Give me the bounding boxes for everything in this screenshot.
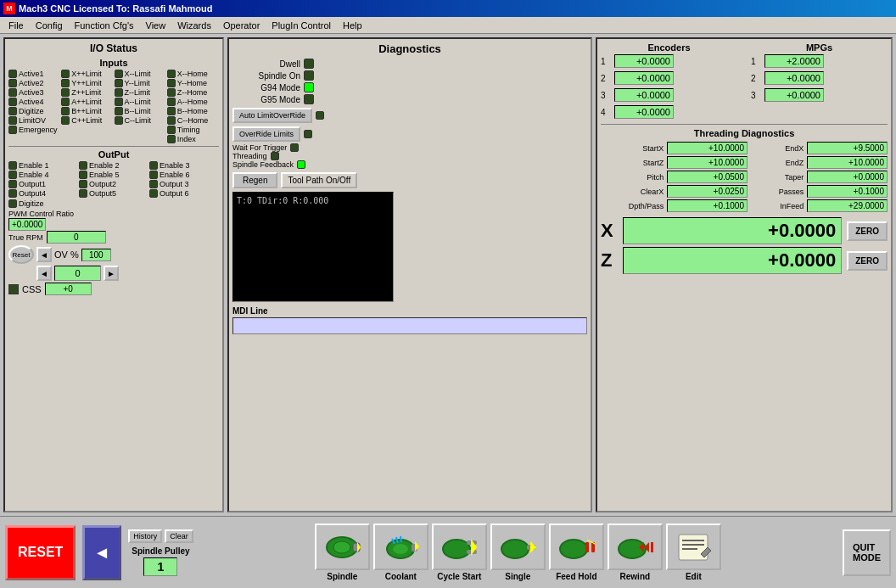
diagnostics-title: Diagnostics xyxy=(232,42,587,55)
output-col-3: Enable 3 Enable 6 Output 3 Output 6 xyxy=(149,161,219,198)
top-area: I/O Status Inputs Active1 Active2 Active… xyxy=(0,34,896,516)
z-zero-button[interactable]: ZERO xyxy=(847,251,888,271)
menu-operator[interactable]: Operator xyxy=(218,19,265,32)
svg-line-10 xyxy=(400,536,401,542)
enc-val-4: +0.0000 xyxy=(614,105,674,119)
menu-help[interactable]: Help xyxy=(338,19,367,32)
spindle-on-led xyxy=(304,70,314,81)
input-limitov: LimitOV xyxy=(8,116,60,125)
input-bhome: B--Home xyxy=(167,107,219,115)
svg-point-1 xyxy=(333,541,350,553)
g95-label: G95 Mode xyxy=(232,95,300,104)
rewind-button[interactable]: Rewind xyxy=(608,524,663,581)
encoders-group: Encoders 1 +0.0000 2 +0.0000 3 +0.0000 xyxy=(601,42,737,120)
menu-plugin-control[interactable]: PlugIn Control xyxy=(266,19,336,32)
clearx-label: ClearX xyxy=(601,188,664,196)
feed-hold-button[interactable]: Feed Hold xyxy=(549,524,604,581)
right-panel: Encoders 1 +0.0000 2 +0.0000 3 +0.0000 xyxy=(596,37,893,512)
app-led xyxy=(61,98,70,106)
override-limits-button[interactable]: OverRide Limits xyxy=(232,126,300,142)
digitize-led xyxy=(8,107,17,115)
z-label: Z xyxy=(601,249,618,272)
css-row: CSS +0 xyxy=(8,283,219,295)
mpg-row-2: 2 +0.0000 xyxy=(751,71,888,85)
cycle-start-button[interactable]: Cycle Start xyxy=(432,524,487,581)
endx-label: EndX xyxy=(751,144,804,153)
enc-row-2: 2 +0.0000 xyxy=(601,71,737,85)
limit-buttons-row: Auto LimitOverRide xyxy=(232,108,587,123)
dwell-led xyxy=(304,59,314,69)
coolant-button[interactable]: Coolant xyxy=(373,524,428,581)
output-enable6: Enable 6 xyxy=(149,171,219,179)
single-button[interactable]: Single xyxy=(490,524,546,581)
menu-view[interactable]: View xyxy=(141,19,171,32)
output-output6: Output 6 xyxy=(149,189,219,198)
x-zero-button[interactable]: ZERO xyxy=(847,221,888,241)
input-digitize: Digitize xyxy=(8,107,60,115)
xpp-led xyxy=(61,70,70,78)
input-chome: C--Home xyxy=(167,116,219,125)
output-output3: Output 3 xyxy=(149,180,219,188)
back-arrow-button[interactable]: ◄ xyxy=(82,525,121,580)
mdi-label: MDI Line xyxy=(232,306,268,316)
override-value: 0 xyxy=(54,266,101,281)
threading-diag-title: Threading Diagnostics xyxy=(601,128,888,138)
clear-button[interactable]: Clear xyxy=(165,529,193,543)
svg-rect-25 xyxy=(651,542,653,552)
input-app: A++Limit xyxy=(61,98,113,106)
threading-led xyxy=(271,152,279,160)
history-button[interactable]: History xyxy=(128,529,162,543)
input-ypp: Y++Limit xyxy=(61,79,113,87)
enc-val-1: +0.0000 xyxy=(614,54,674,68)
threading-grid: StartX +10.0000 EndX +9.5000 StartZ +10.… xyxy=(601,142,888,212)
menu-file[interactable]: File xyxy=(3,19,29,32)
tool-path-button[interactable]: Tool Path On/Off xyxy=(281,172,357,188)
pitch-label: Pitch xyxy=(601,173,664,182)
wait-trigger-led xyxy=(290,143,299,152)
endz-value: +10.0000 xyxy=(807,156,888,169)
pwm-value: +0.0000 xyxy=(8,218,46,231)
output-enable3: Enable 3 xyxy=(149,161,219,170)
app-icon: M xyxy=(3,3,15,14)
override-decrease-button[interactable]: ◄ xyxy=(36,266,52,281)
io-status-title: I/O Status xyxy=(8,42,219,54)
menu-wizards[interactable]: Wizards xyxy=(172,19,216,32)
override-increase-button[interactable]: ► xyxy=(104,266,119,281)
wait-trigger-label: Wait For Trigger xyxy=(232,143,287,152)
reset-small-button[interactable]: Reset xyxy=(8,245,34,264)
spindle-button[interactable]: Spindle xyxy=(315,524,370,581)
mdi-input[interactable] xyxy=(232,317,587,334)
auto-limit-override-button[interactable]: Auto LimitOverRide xyxy=(232,108,312,123)
startz-label: StartZ xyxy=(601,159,664,167)
pitch-value: +0.0500 xyxy=(667,171,748,183)
override-row: ◄ 0 ► xyxy=(8,266,219,281)
output-output4: Output4 xyxy=(8,189,78,198)
reset-button[interactable]: RESET xyxy=(5,525,76,580)
menu-config[interactable]: Config xyxy=(31,19,68,32)
input-active3: Active3 xyxy=(8,88,60,97)
enc-row-4: 4 +0.0000 xyxy=(601,105,737,119)
override-limits-row: OverRide Limits xyxy=(232,126,587,142)
output-output5: Output5 xyxy=(79,189,148,198)
cycle-start-label: Cycle Start xyxy=(437,572,481,581)
output-enable1: Enable 1 xyxy=(8,161,78,170)
true-rpm-row: True RPM 0 xyxy=(8,231,219,244)
quit-mode-button[interactable]: QUITMODE xyxy=(843,529,891,576)
yhome-led xyxy=(167,79,176,87)
encoders-title: Encoders xyxy=(601,42,737,53)
mpgs-group: MPGs 1 +2.0000 2 +0.0000 3 +0.0000 xyxy=(751,42,888,120)
mpg-val-1: +2.0000 xyxy=(764,54,824,68)
rewind-button-icon xyxy=(608,524,663,570)
bmm-led xyxy=(115,107,123,115)
menu-bar: File Config Function Cfg's View Wizards … xyxy=(0,17,896,34)
input-ymm: Y--Limit xyxy=(115,79,166,87)
regen-button[interactable]: Regen xyxy=(232,172,277,188)
menu-function-cfgs[interactable]: Function Cfg's xyxy=(70,19,139,32)
edit-button[interactable]: Edit xyxy=(666,524,721,581)
rewind-label: Rewind xyxy=(620,572,651,581)
css-led xyxy=(8,284,19,294)
bhome-led xyxy=(167,107,176,115)
io-status-panel: I/O Status Inputs Active1 Active2 Active… xyxy=(3,37,224,512)
ov-decrease-button[interactable]: ◄ xyxy=(36,247,52,262)
input-xhome: X--Home xyxy=(167,70,219,78)
